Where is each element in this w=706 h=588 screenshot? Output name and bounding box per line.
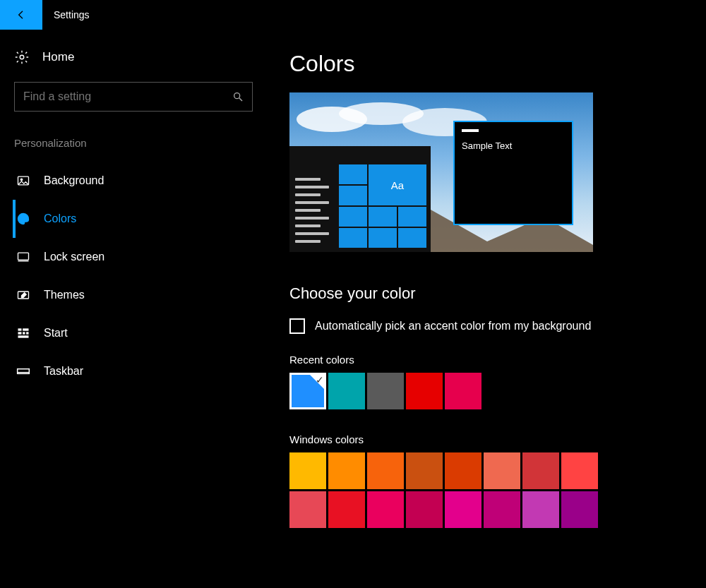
auto-pick-label: Automatically pick an accent color from …	[315, 320, 591, 332]
sidebar-item-label: Taskbar	[44, 365, 83, 378]
picture-icon	[16, 173, 31, 188]
sidebar-home-label: Home	[42, 50, 74, 64]
svg-point-4	[20, 179, 23, 181]
palette-icon	[16, 211, 31, 227]
sidebar-item-label: Background	[44, 174, 104, 187]
search-box[interactable]	[14, 82, 253, 112]
check-icon: ✓	[316, 374, 324, 385]
taskbar-icon	[16, 364, 31, 379]
gear-icon	[14, 49, 30, 65]
windows-color-swatch[interactable]	[445, 491, 481, 528]
recent-colors-row: ✓	[289, 373, 678, 409]
windows-color-swatch[interactable]	[289, 452, 326, 489]
windows-color-swatch[interactable]	[522, 491, 559, 528]
sidebar-home[interactable]: Home	[14, 49, 254, 65]
sidebar-item-themes[interactable]: Themes	[14, 276, 254, 314]
svg-point-1	[234, 93, 240, 99]
sidebar-section-label: Personalization	[14, 137, 254, 149]
svg-point-0	[20, 55, 24, 59]
svg-rect-16	[18, 335, 29, 337]
windows-color-swatch[interactable]	[445, 452, 481, 489]
svg-point-7	[25, 217, 27, 219]
main-content: Colors Aa Samp	[268, 30, 706, 588]
recent-color-swatch[interactable]	[406, 373, 443, 409]
preview-menu-lines	[295, 173, 333, 248]
svg-point-6	[23, 215, 24, 217]
preview-tile-aa: Aa	[369, 164, 426, 205]
back-button[interactable]	[0, 0, 42, 30]
sidebar-item-label: Lock screen	[44, 251, 104, 263]
start-grid-icon	[16, 325, 31, 341]
windows-color-swatch[interactable]	[367, 452, 404, 489]
sidebar-item-colors[interactable]: Colors	[13, 200, 254, 238]
windows-color-swatch[interactable]	[328, 491, 365, 528]
sidebar-item-background[interactable]: Background	[14, 162, 254, 200]
windows-color-swatch[interactable]	[522, 452, 559, 489]
checkbox-icon[interactable]	[289, 318, 305, 334]
windows-color-swatch[interactable]	[484, 452, 520, 489]
windows-color-swatch[interactable]	[561, 452, 598, 489]
sidebar-item-taskbar[interactable]: Taskbar	[14, 352, 254, 390]
sidebar-item-lockscreen[interactable]: Lock screen	[14, 238, 254, 276]
windows-color-swatch[interactable]	[328, 452, 365, 489]
window-title: Settings	[54, 9, 90, 20]
recent-colors-label: Recent colors	[289, 354, 678, 366]
svg-rect-15	[26, 332, 28, 334]
back-arrow-icon	[16, 9, 27, 20]
recent-color-swatch[interactable]	[445, 373, 481, 409]
page-title: Colors	[289, 51, 678, 77]
search-input[interactable]	[23, 90, 232, 103]
color-preview: Aa Sample Text	[289, 92, 593, 252]
titlebar: Settings	[0, 0, 706, 30]
auto-pick-checkbox-row[interactable]: Automatically pick an accent color from …	[289, 318, 678, 334]
sidebar-item-start[interactable]: Start	[14, 314, 254, 352]
windows-color-swatch[interactable]	[406, 491, 443, 528]
choose-color-heading: Choose your color	[289, 284, 678, 303]
recent-color-swatch[interactable]: ✓	[289, 373, 326, 409]
preview-window-text: Sample Text	[462, 140, 565, 151]
svg-rect-11	[18, 328, 22, 330]
recent-color-swatch[interactable]	[367, 373, 404, 409]
svg-point-5	[20, 217, 21, 219]
svg-rect-8	[18, 253, 29, 260]
sidebar-item-label: Themes	[44, 289, 85, 301]
recent-color-swatch[interactable]	[328, 373, 365, 409]
windows-color-swatch[interactable]	[561, 491, 598, 528]
sidebar: Home Personalization Background Colors	[0, 30, 268, 588]
windows-color-swatch[interactable]	[289, 491, 326, 528]
sidebar-item-label: Start	[44, 327, 68, 340]
monitor-icon	[16, 249, 31, 265]
windows-color-swatch[interactable]	[484, 491, 520, 528]
windows-colors-label: Windows colors	[289, 433, 678, 445]
svg-rect-13	[18, 332, 22, 334]
preview-window-accent	[462, 129, 479, 132]
windows-color-swatch[interactable]	[406, 452, 443, 489]
pencil-icon	[16, 287, 31, 303]
preview-window: Sample Text	[453, 121, 573, 225]
svg-line-2	[239, 98, 242, 101]
windows-colors-grid	[289, 452, 678, 528]
svg-rect-14	[23, 332, 25, 334]
sidebar-item-label: Colors	[44, 212, 76, 225]
windows-color-swatch[interactable]	[367, 491, 404, 528]
search-icon	[232, 91, 244, 102]
preview-tiles: Aa	[339, 164, 428, 248]
svg-rect-12	[23, 328, 28, 330]
